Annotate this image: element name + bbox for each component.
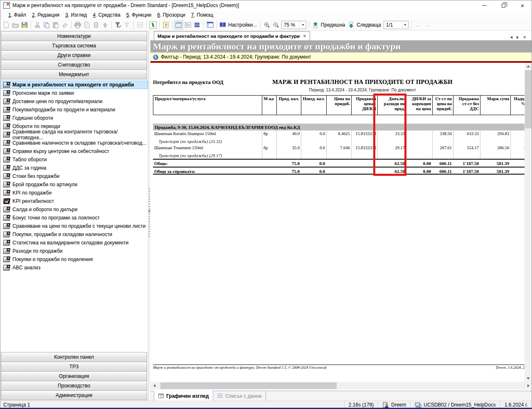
menu-item-1[interactable]: 1. Файл (5, 11, 29, 19)
minimize-button[interactable] (475, 0, 494, 11)
page-select[interactable]: 1/1 (384, 21, 409, 29)
tab-data-list[interactable]: Списък с данни (213, 391, 266, 401)
sidebar-item-17[interactable]: RСравняване на цени по продажби с текущи… (0, 222, 148, 230)
view-list-icon[interactable] (192, 20, 202, 30)
sidebar-section-0[interactable]: Номенклатури (1, 31, 147, 41)
menu-item-2[interactable]: 2. Редакция (29, 11, 62, 19)
sidebar-item-1[interactable]: RПрогнозен марж по заявки (0, 89, 148, 97)
horizontal-scroll-thumb[interactable] (160, 382, 337, 389)
sidebar-bottom-section-2[interactable]: Организация (1, 371, 147, 381)
splitter-handle[interactable] (149, 189, 150, 239)
sidebar-item-15[interactable]: RСалда и обороти по дилъри (0, 205, 148, 214)
sidebar-bottom-section-4[interactable]: Администрация (1, 390, 147, 400)
cut-icon[interactable] (33, 20, 42, 30)
scroll-up-icon[interactable] (525, 63, 532, 70)
close-button[interactable]: × (513, 0, 532, 11)
sidebar-item-6[interactable]: RСравняване салда на контрагенти търговс… (0, 131, 148, 139)
sidebar-item-21[interactable]: RПокупки и продажби по поделения (0, 255, 148, 264)
sidebar-bottom-section-0[interactable]: Контролен панел (1, 352, 147, 362)
scroll-left-icon[interactable] (150, 382, 158, 389)
panel-icon[interactable] (205, 20, 214, 30)
sidebar-item-8[interactable]: RСправки върху центрове на себестойност (0, 147, 148, 155)
scroll-down-icon[interactable] (525, 375, 532, 382)
sidebar-item-22[interactable]: RABC анализ (0, 264, 148, 272)
menu-item-5[interactable]: 5. Функции (123, 11, 155, 19)
tab-scroll-left-icon[interactable] (510, 36, 512, 39)
refresh-icon[interactable] (148, 20, 158, 30)
page-dropdown-icon[interactable] (402, 21, 408, 29)
previous-page-icon[interactable] (311, 20, 320, 30)
new-document-icon[interactable] (2, 20, 11, 30)
tab-scroll-right-icon[interactable] (517, 36, 519, 39)
scroll-right-icon[interactable] (525, 382, 532, 389)
sidebar-section-2[interactable]: Други справки (1, 50, 147, 60)
nav-back-icon[interactable]: ← (415, 22, 421, 28)
attachment-icon[interactable] (91, 20, 101, 30)
restore-button[interactable] (494, 0, 513, 11)
filter-bar[interactable]: i Филтър - Период: 13.4.2024 - 19.4.2024… (150, 52, 532, 61)
tab-list-close-icon[interactable]: × (523, 34, 526, 40)
sidebar-item-4[interactable]: RГодишни обороти (0, 114, 148, 122)
settings-book-icon[interactable] (218, 20, 227, 30)
sidebar-section-4[interactable]: Мениджмънт (1, 69, 147, 79)
split-window-icon[interactable] (135, 20, 145, 30)
help-icon[interactable]: ? (161, 20, 170, 30)
paste-icon[interactable] (51, 20, 60, 30)
sidebar-item-18[interactable]: RПокупки, продажби и складови наличности (0, 230, 148, 239)
sidebar-item-0[interactable]: RМарж и рентабилност на приходите от про… (0, 81, 148, 89)
menu-item-3[interactable]: 3. Изглед (62, 11, 90, 19)
next-page-icon[interactable] (347, 20, 356, 30)
next-page-button[interactable]: Следваща (357, 22, 381, 28)
sidebar-item-10[interactable]: RДДС за година (0, 164, 148, 172)
zoom-out-icon[interactable] (271, 20, 281, 30)
filter-edit-icon[interactable] (113, 20, 123, 30)
sidebar-item-19[interactable]: RСтатистика на валидираните складови док… (0, 239, 148, 247)
sidebar-section-1[interactable]: Търговска система (1, 41, 147, 51)
vertical-scroll-thumb[interactable] (525, 70, 532, 128)
horizontal-scrollbar[interactable] (150, 382, 532, 389)
sidebar-item-13[interactable]: RKPI по продажби (0, 189, 148, 197)
menu-item-4[interactable]: 4. Средства (90, 11, 123, 19)
export-icon[interactable] (101, 20, 110, 30)
sidebar-item-14[interactable]: LKPI рентабилност (0, 197, 148, 205)
copy-icon[interactable] (42, 20, 51, 30)
vertical-scrollbar[interactable] (525, 63, 532, 382)
document-tab[interactable]: Марж и рентабилност на приходите от прод… (154, 31, 310, 40)
sidebar-item-3[interactable]: RПокупки/продажби по продукти и материал… (0, 106, 148, 114)
previous-page-button[interactable]: Предишна (321, 22, 345, 28)
splitter-collapse-icon[interactable] (148, 209, 150, 213)
tab-graphic-view[interactable]: Графичен изглед (154, 391, 213, 401)
sidebar-item-20[interactable]: RРазходи по продажби (0, 247, 148, 255)
sidebar-item-16[interactable]: RБонус точки по програми за лоялност (0, 214, 148, 222)
cell-2-8 (432, 139, 453, 145)
menu-item-6[interactable]: 6. Прозорци (154, 11, 188, 19)
menu-items: 1. Файл2. Редакция3. Изглед4. Средства5.… (5, 11, 216, 19)
sidebar-item-12[interactable]: RБрой продажби по артикули (0, 180, 148, 189)
cell-2-11 (510, 139, 525, 145)
zoom-dropdown-icon[interactable] (300, 21, 306, 29)
tab-close-icon[interactable]: × (303, 33, 306, 39)
sidebar-item-2[interactable]: RДоставни цени по продукти/материали (0, 97, 148, 106)
nav-forward-icon[interactable]: → (425, 22, 431, 28)
zoom-level-select[interactable]: 75 % (281, 21, 306, 29)
print-preview-icon[interactable] (82, 20, 91, 30)
save-icon[interactable] (20, 20, 29, 30)
open-folder-icon[interactable] (11, 20, 20, 30)
cell-3-8: 267.61 (432, 145, 453, 153)
zoom-in-icon[interactable] (262, 20, 271, 30)
settings-button[interactable]: Настройки... (228, 22, 257, 28)
sidebar-item-11[interactable]: RСтоки без продажби (0, 172, 148, 180)
header-cell-9: Продажна ст-ст без ДДС (453, 95, 480, 115)
sidebar-item-7[interactable]: RСравняване наличности в складове търгов… (0, 139, 148, 147)
sidebar-section-3[interactable]: Счетоводство (1, 60, 147, 70)
print-icon[interactable] (73, 20, 82, 30)
view-grid-icon[interactable] (174, 20, 183, 30)
sidebar-item-9[interactable]: RТабло обороти (0, 155, 148, 164)
sidebar-bottom-section-1[interactable]: ТРЗ (1, 362, 147, 372)
eraser-icon[interactable] (60, 20, 69, 30)
sidebar-bottom-section-3[interactable]: Производство (1, 381, 147, 391)
cell-3-1: бр (262, 145, 276, 153)
filter-clear-icon[interactable] (123, 20, 132, 30)
view-report-icon[interactable] (183, 20, 192, 30)
menu-item-7[interactable]: 7. Помощ (188, 11, 216, 19)
